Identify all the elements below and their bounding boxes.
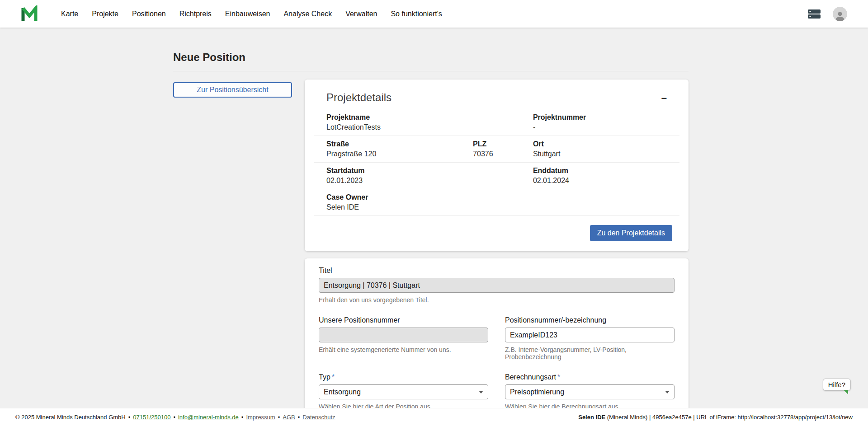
chevron-down-icon — [479, 391, 483, 393]
titel-field: Titel Erhält den von uns vorgegebenen Ti… — [319, 267, 675, 304]
case-owner-cell: Case Owner Selen IDE — [326, 193, 679, 211]
table-row: Startdatum 02.01.2023 Enddatum 02.01.202… — [314, 163, 679, 189]
positionsnummer-helper: Z.B. Interne-Vorgangsnummer, LV-Position… — [505, 346, 675, 360]
titel-helper: Erhält den von uns vorgegebenen Titel. — [319, 296, 675, 304]
header-actions — [807, 7, 847, 21]
unsere-positionsnummer-input — [319, 328, 488, 342]
projektname-value: LotCreationTests — [326, 123, 533, 131]
footer: © 2025 Mineral Minds Deutschland GmbH • … — [0, 408, 868, 426]
separator-dot: • — [298, 414, 300, 421]
ort-value: Stuttgart — [533, 150, 679, 158]
typ-required-asterisk: * — [332, 373, 335, 381]
projektnummer-cell: Projektnummer - — [533, 113, 679, 131]
startdatum-value: 02.01.2023 — [326, 177, 533, 185]
user-avatar[interactable] — [833, 7, 847, 21]
email-link[interactable]: info@mineral-minds.de — [178, 414, 239, 421]
berechnungsart-field: Berechnungsart* Preisoptimierung Wählen … — [505, 373, 675, 410]
project-details-title: Projektdetails — [326, 91, 392, 104]
projektnummer-label: Projektnummer — [533, 113, 679, 122]
startdatum-cell: Startdatum 02.01.2023 — [326, 167, 533, 185]
titel-input — [319, 278, 675, 293]
cards-column: Projektdetails – Projektname LotCreation… — [305, 80, 689, 426]
project-details-card: Projektdetails – Projektname LotCreation… — [305, 80, 689, 251]
mineral-minds-logo-icon — [21, 5, 39, 23]
unsere-positionsnummer-helper: Erhält eine systemgenerierte Nummer von … — [319, 346, 488, 353]
brand-logo[interactable] — [21, 5, 39, 23]
case-owner-value: Selen IDE — [326, 203, 679, 211]
copyright-text: © 2025 Mineral Minds Deutschland GmbH — [15, 414, 126, 421]
phone-link[interactable]: 07151/250100 — [133, 414, 170, 421]
typ-field: Typ* Entsorgung Wählen Sie hier die Art … — [319, 373, 488, 410]
enddatum-value: 02.01.2024 — [533, 177, 679, 185]
go-to-project-details-button[interactable]: Zu den Projektdetails — [590, 225, 672, 241]
unsere-positionsnummer-field: Unsere Positionsnummer Erhält eine syste… — [319, 316, 488, 360]
footer-left: © 2025 Mineral Minds Deutschland GmbH • … — [15, 414, 335, 421]
help-button[interactable]: Hilfe? — [823, 379, 851, 391]
nav-item-so-funktionierts[interactable]: So funktioniert's — [384, 5, 448, 23]
positionsnummer-label: Positionsnummer/-bezeichnung — [505, 316, 675, 324]
title-divider — [173, 71, 689, 71]
titel-label: Titel — [319, 267, 675, 275]
new-position-form-card: Titel Erhält den von uns vorgegebenen Ti… — [305, 258, 689, 426]
positionsnummer-input[interactable] — [505, 328, 675, 342]
positionsnummer-field: Positionsnummer/-bezeichnung Z.B. Intern… — [505, 316, 675, 360]
nav-item-positionen[interactable]: Positionen — [125, 5, 173, 23]
strasse-cell: Straße Pragstraße 120 — [326, 140, 473, 158]
typ-label-text: Typ — [319, 373, 330, 381]
collapse-button[interactable]: – — [658, 91, 670, 105]
enddatum-label: Enddatum — [533, 167, 679, 175]
typ-select-value: Entsorgung — [324, 388, 361, 396]
separator-dot: • — [278, 414, 280, 421]
session-detail: (Mineral Minds) | 4956ea2e457e | URL of … — [605, 414, 853, 421]
ort-cell: Ort Stuttgart — [533, 140, 679, 158]
session-user: Selen IDE — [578, 414, 605, 421]
table-row: Straße Pragstraße 120 PLZ 70376 Ort Stut… — [314, 136, 679, 163]
berechnungsart-label-text: Berechnungsart — [505, 373, 556, 381]
session-info: Selen IDE (Mineral Minds) | 4956ea2e457e… — [578, 414, 853, 421]
main-nav: Karte Projekte Positionen Richtpreis Ein… — [54, 5, 449, 23]
plz-value: 70376 — [473, 150, 533, 158]
project-details-table: Projektname LotCreationTests Projektnumm… — [314, 109, 679, 216]
app-header: Karte Projekte Positionen Richtpreis Ein… — [0, 0, 868, 28]
strasse-label: Straße — [326, 140, 473, 148]
nav-item-projekte[interactable]: Projekte — [85, 5, 125, 23]
nav-item-analyse-check[interactable]: Analyse Check — [277, 5, 339, 23]
case-owner-label: Case Owner — [326, 193, 679, 201]
ort-label: Ort — [533, 140, 679, 148]
nav-item-verwalten[interactable]: Verwalten — [339, 5, 384, 23]
berechnungsart-select-value: Preisoptimierung — [510, 388, 564, 396]
enddatum-cell: Enddatum 02.01.2024 — [533, 167, 679, 185]
agb-link[interactable]: AGB — [283, 414, 295, 421]
nav-item-einbauweisen[interactable]: Einbauweisen — [218, 5, 277, 23]
table-row: Case Owner Selen IDE — [314, 189, 679, 216]
server-icon[interactable] — [807, 8, 821, 20]
impressum-link[interactable]: Impressum — [246, 414, 275, 421]
berechnungsart-select[interactable]: Preisoptimierung — [505, 384, 675, 399]
plz-label: PLZ — [473, 140, 533, 148]
unsere-positionsnummer-label: Unsere Positionsnummer — [319, 316, 488, 324]
nav-item-karte[interactable]: Karte — [54, 5, 85, 23]
berechnungsart-required-asterisk: * — [557, 373, 560, 381]
startdatum-label: Startdatum — [326, 167, 533, 175]
berechnungsart-label: Berechnungsart* — [505, 373, 675, 381]
plz-cell: PLZ 70376 — [473, 140, 533, 158]
strasse-value: Pragstraße 120 — [326, 150, 473, 158]
chevron-down-icon — [665, 391, 670, 393]
separator-dot: • — [241, 414, 244, 421]
typ-label: Typ* — [319, 373, 488, 381]
page-title: Neue Position — [173, 51, 689, 64]
left-column: Zur Positionsübersicht — [173, 80, 292, 98]
projektname-cell: Projektname LotCreationTests — [326, 113, 533, 131]
separator-dot: • — [173, 414, 175, 421]
nav-item-richtpreis[interactable]: Richtpreis — [173, 5, 218, 23]
projektnummer-value: - — [533, 123, 679, 131]
typ-select[interactable]: Entsorgung — [319, 384, 488, 399]
main-content: Neue Position Zur Positionsübersicht Pro… — [173, 28, 689, 426]
back-to-positions-button[interactable]: Zur Positionsübersicht — [173, 82, 292, 98]
user-avatar-icon — [834, 9, 846, 21]
table-row: Projektname LotCreationTests Projektnumm… — [314, 109, 679, 136]
separator-dot: • — [128, 414, 131, 421]
datenschutz-link[interactable]: Datenschutz — [302, 414, 335, 421]
projektname-label: Projektname — [326, 113, 533, 122]
